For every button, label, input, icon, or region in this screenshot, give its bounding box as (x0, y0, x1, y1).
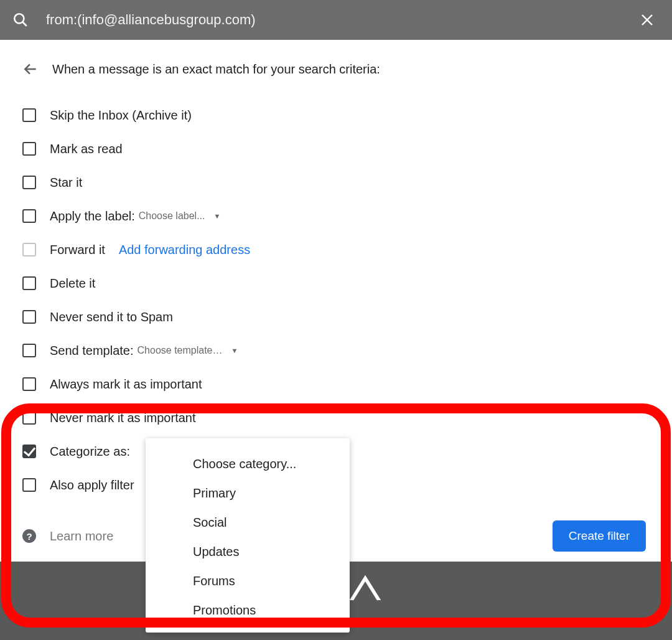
checkbox-categorize[interactable] (22, 445, 36, 458)
checkbox-apply-label[interactable] (22, 209, 36, 223)
checkbox-also-apply[interactable] (22, 478, 36, 492)
dropdown-item-updates[interactable]: Updates (146, 537, 350, 567)
label-never-spam: Never send it to Spam (50, 310, 173, 324)
chevron-down-icon: ▼ (231, 347, 238, 354)
dropdown-choose-template[interactable]: Choose template… ▼ (138, 345, 238, 356)
label-categorize: Categorize as: (50, 445, 130, 459)
dropdown-choose-label-text: Choose label... (139, 210, 205, 222)
search-bar: from:(info@alliancebusgroup.com) (0, 0, 672, 40)
checkbox-skip-inbox[interactable] (22, 108, 36, 122)
option-star: Star it (14, 166, 658, 199)
option-skip-inbox: Skip the Inbox (Archive it) (14, 98, 658, 132)
option-forward: Forward it Add forwarding address (14, 233, 658, 266)
help-icon[interactable]: ? (22, 529, 36, 543)
dropdown-item-choose[interactable]: Choose category... (146, 449, 350, 479)
option-never-important: Never mark it as important (14, 401, 658, 435)
option-apply-label: Apply the label: Choose label... ▼ (14, 199, 658, 233)
checkbox-never-spam[interactable] (22, 310, 36, 324)
checkbox-always-important[interactable] (22, 377, 36, 391)
dropdown-choose-label[interactable]: Choose label... ▼ (139, 210, 221, 222)
add-forwarding-link[interactable]: Add forwarding address (119, 243, 250, 257)
dropdown-item-social[interactable]: Social (146, 508, 350, 537)
checkbox-mark-read[interactable] (22, 142, 36, 156)
heading-row: When a message is an exact match for you… (22, 61, 658, 77)
dropdown-item-forums[interactable]: Forums (146, 567, 350, 596)
checkbox-never-important[interactable] (22, 411, 36, 425)
option-always-important: Always mark it as important (14, 367, 658, 401)
back-arrow-icon[interactable] (22, 61, 39, 77)
svg-point-0 (14, 14, 24, 23)
option-mark-read: Mark as read (14, 132, 658, 166)
checkbox-send-template[interactable] (22, 344, 36, 357)
search-icon[interactable] (12, 12, 29, 28)
label-send-template: Send template: (50, 344, 134, 358)
label-also-apply: Also apply filter (50, 478, 134, 492)
checkbox-forward[interactable] (22, 243, 36, 256)
label-forward: Forward it (50, 243, 105, 257)
dropdown-item-primary[interactable]: Primary (146, 479, 350, 508)
label-mark-read: Mark as read (50, 142, 123, 156)
pointer-icon (350, 575, 381, 600)
checkbox-star[interactable] (22, 176, 36, 189)
label-skip-inbox: Skip the Inbox (Archive it) (50, 108, 192, 123)
option-delete: Delete it (14, 266, 658, 300)
chevron-down-icon: ▼ (214, 212, 221, 220)
label-delete: Delete it (50, 276, 95, 291)
option-never-spam: Never send it to Spam (14, 300, 658, 334)
category-dropdown: Choose category... Primary Social Update… (146, 438, 350, 633)
dropdown-item-promotions[interactable]: Promotions (146, 596, 350, 625)
label-never-important: Never mark it as important (50, 411, 196, 425)
svg-line-1 (22, 22, 27, 26)
search-query[interactable]: from:(info@alliancebusgroup.com) (46, 12, 635, 28)
create-filter-button[interactable]: Create filter (553, 520, 646, 552)
label-star: Star it (50, 176, 82, 190)
label-apply-label: Apply the label: (50, 209, 135, 224)
checkbox-delete[interactable] (22, 276, 36, 290)
dropdown-choose-template-text: Choose template… (138, 345, 223, 356)
page-title: When a message is an exact match for you… (52, 62, 380, 77)
option-send-template: Send template: Choose template… ▼ (14, 334, 658, 367)
close-icon[interactable] (635, 7, 660, 32)
label-always-important: Always mark it as important (50, 377, 202, 392)
learn-more-link[interactable]: Learn more (50, 529, 113, 544)
